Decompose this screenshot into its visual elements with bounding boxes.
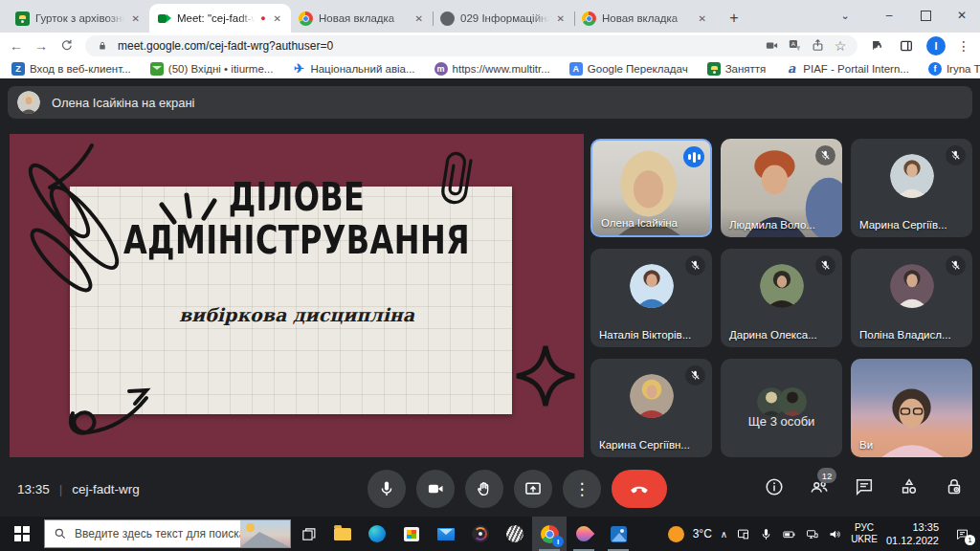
windows-taskbar: Введите здесь текст для поиска I 3°C ∧ (0, 517, 980, 551)
tab-close-icon[interactable]: ✕ (130, 11, 142, 26)
bookmark-google-translate[interactable]: A Google Перекладач (569, 62, 688, 76)
back-icon[interactable]: ← (10, 38, 23, 54)
volume-icon[interactable] (828, 527, 842, 541)
bookmark-classroom[interactable]: Заняття (707, 62, 767, 76)
maximize-button[interactable] (907, 11, 944, 21)
recorder-app-button[interactable] (463, 517, 498, 551)
tile-self[interactable]: Ви (851, 359, 972, 457)
store-button[interactable] (394, 517, 429, 551)
mail-app-button[interactable] (429, 517, 463, 551)
mic-button[interactable] (368, 470, 406, 508)
tab-close-icon[interactable]: ✕ (697, 11, 708, 26)
bookmark-inbox[interactable]: (50) Вхідні • itiurme... (150, 62, 274, 76)
bookmark-aviation-university[interactable]: ✈ Національний авіа... (292, 62, 414, 76)
host-controls-icon[interactable] (944, 476, 965, 497)
tab-newtab-2[interactable]: Новая вкладка ✕ (574, 4, 716, 33)
reload-icon[interactable] (59, 37, 74, 55)
bookmark-label: Національний авіа... (310, 63, 414, 75)
participant-name: Людмила Воло... (729, 219, 815, 231)
cast-icon[interactable] (736, 527, 750, 541)
sphere-app-button[interactable] (498, 517, 532, 551)
more-options-button[interactable]: ⋮ (563, 470, 601, 508)
bookmark-zimbra[interactable]: Z Вход в веб-клиент... (11, 62, 131, 76)
minimize-button[interactable]: – (871, 9, 907, 22)
language-indicator[interactable]: РУС UKRE (851, 522, 878, 545)
taskbar-search[interactable]: Введите здесь текст для поиска (44, 519, 291, 548)
meeting-details-icon[interactable] (764, 476, 785, 497)
presenting-banner: Олена Ісайкіна на екрані (8, 86, 972, 119)
close-window-button[interactable]: ✕ (944, 9, 980, 22)
participant-count-badge: 12 (817, 468, 836, 483)
tile-nataliya[interactable]: Наталія Вікторів... (590, 249, 712, 347)
chat-icon[interactable] (854, 476, 875, 497)
address-bar[interactable]: meet.google.com/cej-fadt-wrg?authuser=0 … (85, 35, 858, 56)
browser-menu-icon[interactable]: ⋮ (957, 38, 970, 54)
tab-close-icon[interactable]: ✕ (413, 11, 425, 26)
file-explorer-button[interactable] (325, 517, 360, 551)
participant-avatar (630, 374, 674, 418)
chrome-taskbar-button[interactable]: I (532, 517, 567, 551)
bookmark-multitran[interactable]: m https://www.multitr... (434, 62, 550, 76)
tile-maryna[interactable]: Марина Сергіїв... (851, 139, 972, 237)
store-icon (404, 527, 419, 541)
slide-subtitle: вибіркова дисципліна (10, 304, 584, 325)
translate-icon[interactable]: A (787, 38, 802, 54)
tab-library[interactable]: 029 Інформаційна, біблі ✕ (433, 4, 574, 33)
tray-mic-icon[interactable] (759, 527, 773, 541)
classroom-icon (15, 11, 30, 26)
forward-icon[interactable]: → (34, 38, 48, 54)
bookmark-label: Iryna Tuirmenko | F... (947, 63, 980, 75)
bookmark-piaf[interactable]: a PIAF - Portail Intern... (785, 62, 909, 76)
airplane-icon: ✈ (292, 62, 305, 76)
network-icon[interactable] (805, 527, 819, 541)
new-tab-button[interactable]: + (722, 6, 746, 31)
action-center-button[interactable]: 1 (947, 527, 976, 541)
tile-more-people[interactable]: Ще 3 особи (721, 359, 842, 457)
participant-name: Поліна Владисл... (859, 329, 951, 341)
tile-daryna[interactable]: Дарина Олекса... (721, 249, 842, 347)
camera-button[interactable] (416, 470, 455, 508)
tile-polina[interactable]: Поліна Владисл... (851, 249, 972, 347)
presentation-stage[interactable]: ДІЛОВЕ АДМІНІСТРУВАННЯ вибіркова дисципл… (10, 134, 584, 457)
tile-lyudmyla[interactable]: Людмила Воло... (721, 139, 842, 237)
bookmark-label: https://www.multitr... (453, 63, 550, 75)
bookmark-facebook[interactable]: f Iryna Tuirmenko | F... (928, 62, 980, 76)
edge-icon (368, 525, 386, 542)
tile-olena[interactable]: Олена Ісайкіна (590, 139, 712, 237)
camera-in-use-icon[interactable] (764, 38, 779, 54)
photos-button[interactable] (601, 517, 635, 551)
tile-karyna[interactable]: Карина Сергіївн... (590, 359, 712, 457)
weather-sun-icon[interactable] (668, 526, 684, 542)
task-view-button[interactable] (291, 517, 325, 551)
temperature[interactable]: 3°C (693, 527, 712, 540)
tab-meet-active[interactable]: Meet: "cej-fadt-wrg" ● ✕ (149, 4, 291, 33)
tab-search-chevron-icon[interactable]: ⌄ (831, 10, 859, 22)
participants-icon[interactable]: 12 (809, 476, 830, 497)
photos-icon (611, 526, 627, 542)
bookmark-label: (50) Вхідні • itiurme... (168, 63, 274, 75)
call-controls: ⋮ (368, 470, 667, 508)
share-icon[interactable] (810, 38, 825, 54)
facebook-icon: f (928, 62, 942, 76)
tab-close-icon[interactable]: ✕ (272, 11, 283, 26)
start-button[interactable] (0, 517, 44, 551)
profile-avatar[interactable]: I (926, 36, 946, 55)
search-highlight-image[interactable] (240, 520, 290, 547)
battery-icon[interactable] (782, 527, 796, 541)
activities-icon[interactable] (899, 476, 920, 497)
tab-close-icon[interactable]: ✕ (555, 11, 567, 26)
tray-clock[interactable]: 13:35 01.12.2022 (886, 520, 939, 548)
raise-hand-button[interactable] (465, 470, 503, 508)
paint3d-button[interactable] (567, 517, 601, 551)
leave-call-button[interactable] (612, 470, 667, 508)
tab-classroom[interactable]: Гурток з архівознавства ✕ (8, 4, 149, 33)
bookmark-star-icon[interactable]: ☆ (833, 38, 848, 54)
tab-newtab-1[interactable]: Новая вкладка ✕ (291, 4, 433, 33)
tray-chevron-icon[interactable]: ∧ (721, 529, 727, 540)
side-panel-icon[interactable] (898, 37, 915, 55)
edge-button[interactable] (360, 517, 394, 551)
bookmark-label: PIAF - Portail Intern... (803, 63, 909, 75)
extensions-puzzle-icon[interactable] (869, 37, 886, 55)
sphere-app-icon (506, 525, 523, 542)
present-button[interactable] (514, 470, 552, 508)
